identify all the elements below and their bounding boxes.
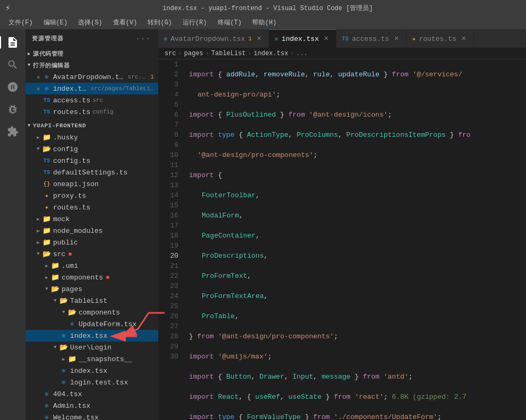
tab-index[interactable]: ⚛ index.tsx ×: [269, 29, 336, 48]
folder-husky[interactable]: ▶ 📁 .husky: [25, 132, 158, 143]
tab-access[interactable]: TS access.ts ×: [337, 29, 407, 48]
folder-tablelist-components[interactable]: ▼ 📂 components: [25, 307, 158, 318]
activity-explorer[interactable]: [4, 33, 22, 51]
file-oneapi-json[interactable]: {} oneapi.json: [25, 178, 158, 190]
folder-public[interactable]: ▶ 📁 public: [25, 237, 158, 248]
code-line-3: import type { ActionType, ProColumns, Pr…: [189, 130, 522, 140]
file-update-form[interactable]: ⚛ UpdateForm.tsx: [25, 318, 158, 330]
file-login-index[interactable]: ⚛ index.tsx: [25, 365, 158, 377]
line-num-4: 4: [169, 90, 178, 100]
folder-config[interactable]: ▼ 📂 config: [25, 143, 158, 155]
chevron-right-components: ▶: [42, 273, 51, 282]
activity-extensions[interactable]: [4, 122, 22, 141]
code-editor[interactable]: 1 2 3 4 5 6 7 8 9 10 11 12 13 14 15 16 1…: [158, 59, 526, 420]
folder-pages[interactable]: ▼ 📂 pages: [25, 283, 158, 295]
menu-goto[interactable]: 转到(G): [143, 17, 176, 28]
file-proxy-ts[interactable]: ✦ proxy.ts: [25, 190, 158, 202]
line-num-26: 26: [169, 311, 178, 321]
code-line-3b: '@ant-design/pro-components';: [189, 150, 522, 160]
breadcrumb-sep4: ›: [290, 50, 294, 57]
folder-node-modules[interactable]: ▶ 📁 node_modules: [25, 225, 158, 237]
chevron-right-node-modules: ▶: [34, 226, 42, 235]
file-routes-ts-config[interactable]: ✦ routes.ts: [25, 202, 158, 213]
folder-husky-label: .husky: [53, 134, 78, 142]
tab-avatar-label: AvatarDropdown.tsx: [170, 35, 245, 43]
tab-access-close[interactable]: ×: [392, 34, 401, 43]
file-proxy-ts-label: proxy.ts: [53, 192, 86, 200]
breadcrumb-ellipsis[interactable]: ...: [296, 50, 308, 57]
folder-mock-label: mock: [53, 215, 70, 223]
tab-avatar-dropdown[interactable]: ⚛ AvatarDropdown.tsx 1 ×: [158, 29, 269, 48]
folder-umi[interactable]: ▶ 📁 .umi: [25, 260, 158, 272]
file-login-test[interactable]: ⚛ login.test.tsx: [25, 377, 158, 388]
breadcrumb-index[interactable]: index.tsx: [254, 50, 288, 57]
line-num-7: 7: [169, 120, 178, 130]
tab-avatar-close[interactable]: ×: [255, 34, 263, 43]
section-yuapi[interactable]: ▼ YUAPI-FRONTEND: [25, 120, 158, 132]
ts-file-icon-defaults: TS: [42, 168, 51, 177]
line-num-3: 3: [169, 80, 178, 90]
file-welcome[interactable]: ⚛ Welcome.tsx: [25, 412, 158, 420]
file-default-settings[interactable]: TS defaultSettings.ts: [25, 167, 158, 178]
tsx-file-icon-index-main: ⚛: [59, 331, 68, 340]
folder-icon-components: 📁: [51, 273, 59, 282]
line-num-5: 5: [169, 100, 178, 110]
line-num-30: 30: [169, 352, 178, 362]
activity-git[interactable]: [4, 78, 22, 96]
menu-file[interactable]: 文件(F): [4, 17, 37, 28]
line-num-28: 28: [169, 331, 178, 342]
open-editor-index[interactable]: ✕ ⚛ index.tsx src/pages/TableList: [25, 83, 158, 94]
sidebar-more-actions[interactable]: ···: [134, 33, 152, 44]
menu-help[interactable]: 帮助(H): [248, 17, 281, 28]
folder-public-label: public: [53, 239, 78, 247]
folder-mock[interactable]: ▶ 📁 mock: [25, 213, 158, 225]
close-icon[interactable]: ✕: [34, 73, 42, 81]
open-editor-routes[interactable]: TS routes.ts config: [25, 106, 158, 118]
section-yuapi-label: YUAPI-FRONTEND: [33, 122, 86, 129]
folder-tablelist[interactable]: ▼ 📂 TableList: [25, 295, 158, 307]
menu-view[interactable]: 查看(V): [109, 17, 142, 28]
code-line-5: FooterToolbar,: [189, 190, 522, 200]
folder-components[interactable]: ▶ 📁 components: [25, 272, 158, 283]
tab-routes[interactable]: ✦ routes.ts ×: [407, 29, 473, 48]
folder-src[interactable]: ▼ 📂 src: [25, 248, 158, 260]
chevron-down-src: ▼: [34, 250, 42, 258]
tab-index-close[interactable]: ×: [322, 34, 331, 43]
menu-select[interactable]: 选择(S): [74, 17, 107, 28]
open-editor-access[interactable]: TS access.ts src: [25, 94, 158, 106]
tab-routes-close[interactable]: ×: [460, 34, 468, 43]
ts-file-icon-config: TS: [42, 156, 51, 165]
chevron-right-husky: ▶: [34, 133, 42, 142]
code-content[interactable]: import { addRule, removeRule, rule, upda…: [185, 59, 526, 420]
folder-icon-node-modules: 📁: [42, 226, 51, 235]
folder-user-login[interactable]: ▼ 📂 User\Login: [25, 342, 158, 353]
section-source-control-label: 源代码管理: [33, 50, 64, 58]
close-icon-index[interactable]: ✕: [34, 84, 42, 93]
folder-snapshots[interactable]: ▶ 📁 __snapshots__: [25, 353, 158, 365]
file-admin[interactable]: ⚛ Admin.tsx: [25, 400, 158, 412]
section-open-editors[interactable]: ▼ 打开的编辑器: [25, 59, 158, 71]
file-404-label: 404.tsx: [53, 390, 82, 398]
chevron-down-tablelist-components: ▼: [59, 308, 68, 317]
code-line-1b: ant-design-pro/api';: [189, 90, 522, 100]
menu-terminal[interactable]: 终端(T): [213, 17, 246, 28]
chevron-down-tablelist: ▼: [51, 296, 59, 305]
file-routes-ts-config-label: routes.ts: [53, 204, 90, 212]
section-source-control[interactable]: ▶ 源代码管理: [25, 48, 158, 59]
folder-icon-public: 📁: [42, 238, 51, 247]
menu-run[interactable]: 运行(R): [178, 17, 211, 28]
open-editor-avatar-dropdown[interactable]: ✕ ⚛ AvatarDropdown.tsx src... 1: [25, 71, 158, 83]
line-num-2: 2: [169, 69, 178, 80]
breadcrumb-tablelist[interactable]: TableList: [211, 50, 246, 57]
menu-edit[interactable]: 编辑(E): [39, 17, 72, 28]
file-404[interactable]: ⚛ 404.tsx: [25, 388, 158, 400]
activity-debug[interactable]: [4, 100, 22, 118]
file-config-ts[interactable]: TS config.ts: [25, 155, 158, 167]
title-text: index.tsx - yuapi-frontend - Visual Stud…: [15, 4, 521, 13]
breadcrumb-pages[interactable]: pages: [184, 50, 203, 57]
file-index-tsx-selected[interactable]: ⚛ index.tsx: [25, 330, 158, 342]
activity-search[interactable]: [4, 56, 22, 74]
chevron-right-umi: ▶: [42, 261, 51, 270]
open-editor-index-path: src/pages/TableList: [91, 85, 154, 92]
breadcrumb-src[interactable]: src: [165, 50, 176, 57]
